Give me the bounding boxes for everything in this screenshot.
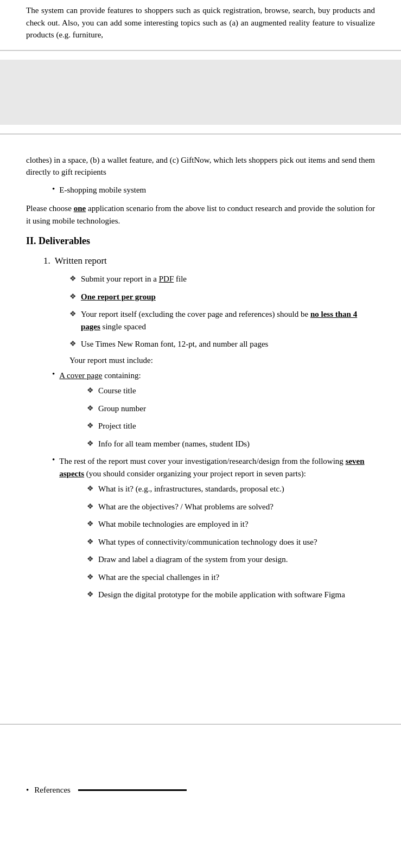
diamond-pages-text: Your report itself (excluding the cover … <box>81 308 375 333</box>
eshopping-bullet-item: • E-shopping mobile system <box>52 184 375 196</box>
aspect-6: ❖ What are the special challenges in it? <box>87 571 375 584</box>
cover-item-3: ❖ Project title <box>87 420 375 432</box>
aspect-5: ❖ Draw and label a diagram of the system… <box>87 553 375 566</box>
bottom-spacer <box>0 733 401 777</box>
section-ii-heading: II. Deliverables <box>26 235 375 247</box>
written-report-label: Written report <box>55 256 107 266</box>
aspect-icon-4: ❖ <box>87 537 94 546</box>
continuation-text: clothes) in a space, (b) a wallet featur… <box>26 154 375 178</box>
report-include-text: Your report must include: <box>69 356 375 365</box>
cover-page-bullet: • A cover page containing: <box>52 369 375 382</box>
diamond-font-text: Use Times New Roman font, 12-pt, and num… <box>81 338 268 350</box>
eshopping-text: E-shopping mobile system <box>59 184 146 196</box>
diamond-icon-2: ❖ <box>69 292 77 301</box>
diamond-icon-4: ❖ <box>69 339 77 348</box>
bottom-divider-gap <box>0 133 401 135</box>
pdf-underline: PDF <box>159 275 174 283</box>
rest-dot: • <box>52 455 55 464</box>
cover-item-4-text: Info for all team member (names, student… <box>98 438 250 450</box>
aspect-6-text: What are the special challenges in it? <box>98 571 219 584</box>
cover-page-label: A cover page <box>59 371 102 380</box>
page-gap <box>0 60 401 125</box>
aspect-5-text: Draw and label a diagram of the system f… <box>98 553 288 566</box>
cover-item-2: ❖ Group number <box>87 403 375 415</box>
diamond-list: ❖ Submit your report in a PDF file ❖ One… <box>69 273 375 350</box>
diamond-icon-3: ❖ <box>69 309 77 318</box>
rest-bullet: • The rest of the report must cover your… <box>52 455 375 480</box>
continuation-span: clothes) in a space, (b) a wallet featur… <box>26 156 375 177</box>
references-label: References <box>34 786 71 795</box>
aspect-7-text: Design the digital prototype for the mob… <box>98 589 345 601</box>
bullet-dot: • <box>52 184 55 194</box>
written-report-item: 1. Written report <box>43 256 375 266</box>
cover-diamond-icon-1: ❖ <box>87 386 94 395</box>
aspect-3: ❖ What mobile technologies are employed … <box>87 518 375 531</box>
references-item: • References <box>26 786 375 795</box>
second-page: clothes) in a space, (b) a wallet featur… <box>0 143 401 715</box>
cover-item-3-text: Project title <box>98 420 136 432</box>
cover-diamond-icon-2: ❖ <box>87 404 94 413</box>
numbered-one: 1. <box>43 256 50 266</box>
top-paragraph: The system can provide features to shopp… <box>26 4 375 41</box>
diamond-one-report: ❖ One report per group <box>69 291 375 303</box>
diamond-icon-1: ❖ <box>69 274 77 283</box>
aspect-icon-6: ❖ <box>87 572 94 582</box>
rest-text: The rest of the report must cover your i… <box>59 455 375 480</box>
cover-diamond-icon-4: ❖ <box>87 439 94 448</box>
aspect-1-text: What is it? (e.g., infrastructures, stan… <box>98 483 284 495</box>
aspect-icon-2: ❖ <box>87 502 94 511</box>
choose-one-word: one <box>74 204 86 213</box>
cover-diamond-icon-3: ❖ <box>87 421 94 430</box>
aspect-1: ❖ What is it? (e.g., infrastructures, st… <box>87 483 375 495</box>
references-section: • References <box>0 786 401 795</box>
seven-aspects: seven aspects <box>59 457 364 478</box>
cover-item-4: ❖ Info for all team member (names, stude… <box>87 438 375 450</box>
diamond-pdf-text: Submit your report in a PDF file <box>81 273 187 285</box>
aspect-icon-5: ❖ <box>87 554 94 564</box>
cover-item-2-text: Group number <box>98 403 146 415</box>
cover-page-text: A cover page containing: <box>59 369 141 382</box>
aspect-2: ❖ What are the objectives? / What proble… <box>87 501 375 513</box>
aspects-diamond-list: ❖ What is it? (e.g., infrastructures, st… <box>87 483 375 601</box>
aspect-3-text: What mobile technologies are employed in… <box>98 518 249 531</box>
cover-item-1-text: Course title <box>98 385 136 397</box>
top-section: The system can provide features to shopp… <box>0 0 401 41</box>
choose-text-before: Please choose <box>26 204 74 213</box>
aspect-icon-7: ❖ <box>87 590 94 599</box>
large-spacer <box>26 607 375 715</box>
ref-underline-bar <box>78 789 187 791</box>
choose-paragraph: Please choose one application scenario f… <box>26 202 375 227</box>
page-bottom-divider <box>0 724 401 725</box>
top-divider <box>0 50 401 51</box>
cover-page-dot: • <box>52 369 55 379</box>
cover-item-1: ❖ Course title <box>87 385 375 397</box>
aspect-4: ❖ What types of connectivity/communicati… <box>87 536 375 548</box>
ref-dot: • <box>26 786 29 795</box>
aspect-icon-1: ❖ <box>87 484 94 493</box>
diamond-pages: ❖ Your report itself (excluding the cove… <box>69 308 375 333</box>
diamond-pdf: ❖ Submit your report in a PDF file <box>69 273 375 285</box>
diamond-one-report-text: One report per group <box>81 291 156 303</box>
aspect-7: ❖ Design the digital prototype for the m… <box>87 589 375 601</box>
aspect-icon-3: ❖ <box>87 519 94 528</box>
aspect-2-text: What are the objectives? / What problems… <box>98 501 273 513</box>
page-container: The system can provide features to shopp… <box>0 0 401 868</box>
diamond-font: ❖ Use Times New Roman font, 12-pt, and n… <box>69 338 375 350</box>
aspect-4-text: What types of connectivity/communication… <box>98 536 317 548</box>
one-report-per-group: One report per group <box>81 292 156 301</box>
cover-diamond-list: ❖ Course title ❖ Group number ❖ Project … <box>87 385 375 450</box>
no-less-than: no less than 4 pages <box>81 310 357 331</box>
